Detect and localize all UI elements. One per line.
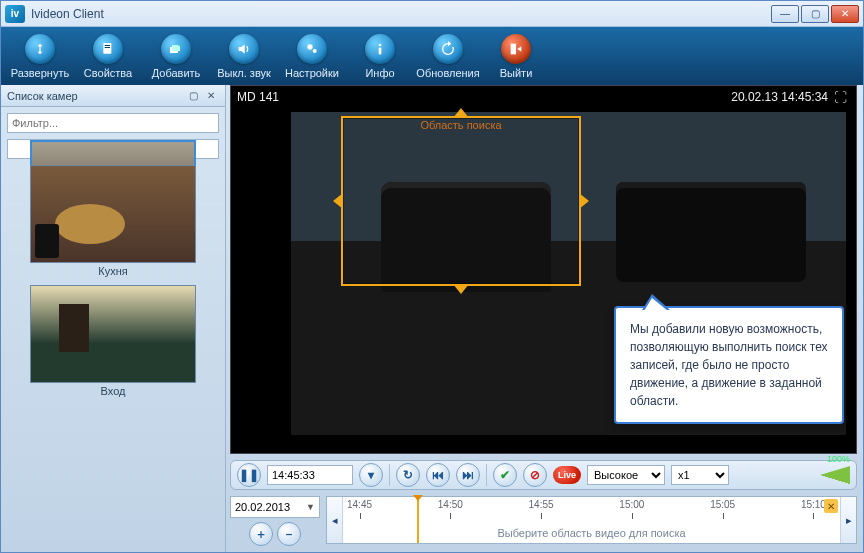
camera-thumbnail [30,285,196,383]
cancel-button[interactable]: ⊘ [523,463,547,487]
svg-point-7 [313,49,317,53]
expand-icon [25,34,55,64]
camera-caption: Вход [7,383,219,399]
selection-handle-top[interactable] [453,108,469,118]
camera-item[interactable]: Вход [7,285,219,399]
svg-text:+: + [178,41,182,48]
mute-icon [229,34,259,64]
svg-rect-9 [379,47,382,54]
next-event-button[interactable]: ⏭ [456,463,480,487]
camera-list: MDC-4240 Кухня Вход [1,139,225,552]
timeline-tick: 14:50 [438,499,463,517]
svg-rect-2 [105,47,110,48]
timeline-close-icon[interactable]: ✕ [824,499,838,513]
date-zoom-group: 20.02.2013 ▼ ＋ － [230,496,320,546]
timeline-tick: 15:05 [710,499,735,517]
video-timestamp: 20.02.13 14:45:34 [731,90,828,104]
selection-label: Область поиска [343,117,579,131]
maximize-button[interactable]: ▢ [801,5,829,23]
toolbar-add-label: Добавить [152,67,201,79]
body: Список камер ▢ ✕ MDC-4240 Кухня [1,85,863,552]
toolbar-properties[interactable]: Свойства [77,29,139,83]
camera-caption: Кухня [7,263,219,279]
time-step-button[interactable]: ▾ [359,463,383,487]
time-display[interactable]: 14:45:33 [267,465,353,485]
toolbar-settings[interactable]: Настройки [281,29,343,83]
timeline-tick: 14:55 [529,499,554,517]
timeline[interactable]: ◂ 14:45 14:50 14:55 15:00 15:05 15:10 Вы… [326,496,857,544]
main-toolbar: Развернуть Свойства + Добавить Выкл. зву… [1,27,863,85]
toolbar-exit[interactable]: Выйти [485,29,547,83]
toolbar-properties-label: Свойства [84,67,132,79]
toolbar-expand-label: Развернуть [11,67,69,79]
date-picker[interactable]: 20.02.2013 ▼ [230,496,320,518]
toolbar-info-label: Инфо [365,67,394,79]
sidebar-undock-icon[interactable]: ▢ [185,88,201,104]
volume-slider[interactable]: 100% [790,466,850,484]
filter-wrap [1,107,225,139]
toolbar-settings-label: Настройки [285,67,339,79]
replay-button[interactable]: ↻ [396,463,420,487]
live-badge[interactable]: Live [553,466,581,484]
video-camera-label: MD 141 [237,90,279,104]
camera-sidebar: Список камер ▢ ✕ MDC-4240 Кухня [1,85,226,552]
svg-point-8 [379,43,382,46]
app-window: iv Ivideon Client — ▢ ✕ Развернуть Свойс… [0,0,864,553]
toolbar-updates[interactable]: Обновления [417,29,479,83]
toolbar-add[interactable]: + Добавить [145,29,207,83]
minimize-button[interactable]: — [771,5,799,23]
play-pause-button[interactable]: ❚❚ [237,463,261,487]
confirm-button[interactable]: ✔ [493,463,517,487]
prev-event-button[interactable]: ⏮ [426,463,450,487]
toolbar-expand[interactable]: Развернуть [9,29,71,83]
date-value: 20.02.2013 [235,501,290,513]
zoom-out-button[interactable]: － [277,522,301,546]
feature-callout: Мы добавили новую возможность, позволяющ… [614,306,844,424]
filter-input[interactable] [7,113,219,133]
quality-select[interactable]: Высокое [587,465,665,485]
timeline-scroll-right[interactable]: ▸ [840,497,856,543]
svg-rect-10 [511,43,516,54]
app-logo: iv [5,5,25,23]
separator [486,464,487,486]
properties-icon [93,34,123,64]
close-button[interactable]: ✕ [831,5,859,23]
callout-text: Мы добавили новую возможность, позволяющ… [630,322,828,408]
timeline-tick: 15:00 [619,499,644,517]
selection-handle-right[interactable] [579,193,589,209]
video-fullscreen-icon[interactable]: ⛶ [834,90,850,106]
updates-icon [433,34,463,64]
camera-item[interactable]: MDC-4240 [7,139,219,159]
selection-handle-bottom[interactable] [453,284,469,294]
info-icon [365,34,395,64]
camera-thumbnail [30,165,196,263]
camera-item[interactable]: Кухня [7,165,219,279]
timeline-tick: 15:10 [801,499,826,517]
volume-percent: 100% [827,454,850,464]
search-area-selection[interactable]: Область поиска [341,116,581,286]
toolbar-updates-label: Обновления [416,67,479,79]
video-viewport[interactable]: MD 141 20.02.13 14:45:34 ⛶ Область поиск… [230,85,857,454]
chevron-down-icon: ▼ [306,502,315,512]
toolbar-info[interactable]: Инфо [349,29,411,83]
selection-handle-left[interactable] [333,193,343,209]
sidebar-title: Список камер [7,90,78,102]
exit-icon [501,34,531,64]
svg-rect-0 [103,43,111,54]
add-icon: + [161,34,191,64]
svg-rect-1 [105,45,110,46]
sidebar-header: Список камер ▢ ✕ [1,85,225,107]
toolbar-mute[interactable]: Выкл. звук [213,29,275,83]
title-bar: iv Ivideon Client — ▢ ✕ [1,1,863,27]
settings-icon [297,34,327,64]
time-value: 14:45:33 [272,469,315,481]
volume-triangle-icon [790,466,850,484]
sidebar-close-icon[interactable]: ✕ [203,88,219,104]
speed-select[interactable]: x1 [671,465,729,485]
main-area: MD 141 20.02.13 14:45:34 ⛶ Область поиск… [226,85,863,552]
window-title: Ivideon Client [31,7,769,21]
svg-point-6 [307,44,312,49]
timeline-row: 20.02.2013 ▼ ＋ － ◂ 14:45 14:50 14:55 15:… [230,496,857,546]
playback-controls: ❚❚ 14:45:33 ▾ ↻ ⏮ ⏭ ✔ ⊘ Live Высокое x1 [230,460,857,490]
zoom-in-button[interactable]: ＋ [249,522,273,546]
